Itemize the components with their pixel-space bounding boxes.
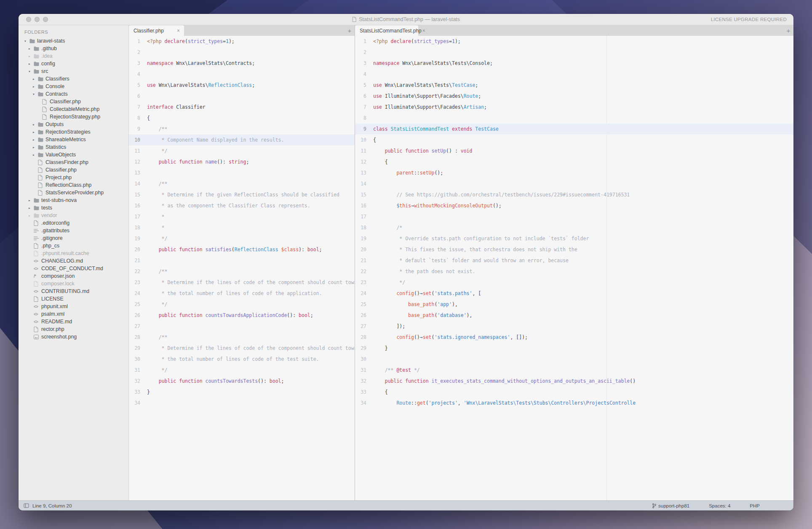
code-line[interactable]: 27 ]); <box>355 321 793 332</box>
code-line[interactable]: 33 { <box>355 387 793 397</box>
code-line[interactable]: 18 /* <box>355 222 793 233</box>
code-line[interactable]: 25 base_path('app'), <box>355 299 793 310</box>
code-line[interactable]: 5use Wnx\LaravelStats\ReflectionClass; <box>129 80 355 91</box>
code-line[interactable]: 21 * default `tests` folder and would th… <box>355 255 793 266</box>
syntax-language[interactable]: PHP <box>750 503 760 508</box>
tree-item[interactable]: ▸Statistics <box>19 143 128 151</box>
code-line[interactable]: 16 * as the component the Classifier Cla… <box>129 200 355 211</box>
code-line[interactable]: 14 /** <box>129 178 355 189</box>
tree-item[interactable]: <>phpunit.xml <box>19 303 128 310</box>
tree-item[interactable]: Classifier.php <box>19 166 128 174</box>
tab-statslistcommandtest-php[interactable]: StatsListCommandTest.php × <box>355 25 418 36</box>
code-line[interactable]: 32 public function countsTowardsTests():… <box>129 376 355 387</box>
tree-item[interactable]: StatsServiceProvider.php <box>19 189 128 196</box>
tree-item[interactable]: screenshot.png <box>19 333 128 341</box>
tree-item[interactable]: Classifier.php <box>19 98 128 105</box>
tree-item[interactable]: ▸.github <box>19 45 128 52</box>
new-tab-icon[interactable]: + <box>345 25 355 36</box>
license-upgrade-notice[interactable]: LICENSE UPGRADE REQUIRED <box>711 17 787 22</box>
tree-item[interactable]: CollectableMetric.php <box>19 105 128 113</box>
code-line[interactable]: 27 <box>129 321 355 332</box>
tree-item[interactable]: LICENSE <box>19 295 128 303</box>
chevron-down-icon[interactable]: ▾ <box>24 39 29 43</box>
code-line[interactable]: 12 { <box>355 156 793 167</box>
code-line[interactable]: 34 <box>129 397 355 408</box>
code-line[interactable]: 30 * the total number of lines of code o… <box>129 354 355 365</box>
code-line[interactable]: 20 public function satisfies(ReflectionC… <box>129 244 355 255</box>
code-line[interactable]: 10 * Component Name displayed in the res… <box>129 134 355 145</box>
chevron-right-icon[interactable]: ▸ <box>29 47 34 51</box>
code-line[interactable]: 21 <box>129 255 355 266</box>
code-line[interactable]: 9 /** <box>129 124 355 134</box>
chevron-right-icon[interactable]: ▸ <box>33 130 38 134</box>
code-line[interactable]: 33} <box>129 387 355 397</box>
tree-item[interactable]: ▸Console <box>19 83 128 90</box>
sidebar-toggle-icon[interactable] <box>24 503 29 508</box>
chevron-right-icon[interactable]: ▸ <box>33 77 38 81</box>
chevron-right-icon[interactable]: ▸ <box>29 206 34 210</box>
tab-classifier-php[interactable]: Classifier.php × <box>129 25 184 36</box>
code-line[interactable]: 25 */ <box>129 299 355 310</box>
code-line[interactable]: 20 * This fixes the issue, that orchestr… <box>355 244 793 255</box>
tree-item[interactable]: RejectionStrategy.php <box>19 113 128 121</box>
code-line[interactable]: 3namespace Wnx\LaravelStats\Tests\Consol… <box>355 58 793 69</box>
code-line[interactable]: 28 /** <box>129 332 355 343</box>
code-line[interactable]: 29 } <box>355 343 793 354</box>
code-line[interactable]: 32 public function it_executes_stats_com… <box>355 376 793 387</box>
indent-setting[interactable]: Spaces: 4 <box>709 503 730 508</box>
code-line[interactable]: 31 /** @test */ <box>355 365 793 376</box>
tree-item[interactable]: <>README.md <box>19 318 128 325</box>
chevron-right-icon[interactable]: ▸ <box>33 85 38 89</box>
chevron-down-icon[interactable]: ▾ <box>33 92 38 96</box>
code-line[interactable]: 29 * Determine if the lines of code of t… <box>129 343 355 354</box>
code-line[interactable]: 8{ <box>129 113 355 124</box>
close-icon[interactable]: × <box>422 28 426 34</box>
tree-item[interactable]: ▸ValueObjects <box>19 151 128 158</box>
code-line[interactable]: 31 */ <box>129 365 355 376</box>
code-line[interactable]: 8 <box>355 113 793 124</box>
code-line[interactable]: 7interface Classifier <box>129 102 355 113</box>
tree-item[interactable]: ClassesFinder.php <box>19 158 128 166</box>
tree-item[interactable]: ▸ShareableMetrics <box>19 136 128 143</box>
code-editor-left[interactable]: 1<?php declare(strict_types=1);23namespa… <box>129 36 355 500</box>
close-window-button[interactable] <box>26 17 31 22</box>
tree-item[interactable]: <>CHANGELOG.md <box>19 257 128 265</box>
tree-item[interactable]: rector.php <box>19 325 128 333</box>
chevron-right-icon[interactable]: ▸ <box>33 153 38 157</box>
tree-item[interactable]: ▸.idea <box>19 52 128 60</box>
code-line[interactable]: 19 * Override stats.path configuration t… <box>355 233 793 244</box>
tree-item[interactable]: ▸config <box>19 60 128 67</box>
chevron-right-icon[interactable]: ▸ <box>29 62 34 66</box>
minimize-window-button[interactable] <box>35 17 40 22</box>
tree-item[interactable]: ▸Outputs <box>19 121 128 128</box>
code-line[interactable]: 14 <box>355 178 793 189</box>
tree-item[interactable]: .phpunit.result.cache <box>19 250 128 257</box>
chevron-right-icon[interactable]: ▸ <box>33 145 38 149</box>
code-line[interactable]: 24 config()→set('stats.paths', [ <box>355 288 793 299</box>
code-line[interactable]: 2 <box>129 47 355 58</box>
close-icon[interactable]: × <box>176 28 181 34</box>
tree-item[interactable]: .gitattributes <box>19 227 128 234</box>
code-line[interactable]: 17 * <box>129 211 355 222</box>
chevron-right-icon[interactable]: ▸ <box>29 199 34 202</box>
code-line[interactable]: 5use Wnx\LaravelStats\Tests\TestCase; <box>355 80 793 91</box>
code-line[interactable]: 18 * <box>129 222 355 233</box>
tree-item[interactable]: ▾src <box>19 67 128 75</box>
code-line[interactable]: 19 */ <box>129 233 355 244</box>
code-line[interactable]: 4 <box>355 69 793 80</box>
chevron-right-icon[interactable]: ▸ <box>29 214 34 218</box>
code-line[interactable]: 6 <box>129 91 355 102</box>
tree-item[interactable]: ▸test-stubs-nova <box>19 196 128 204</box>
code-line[interactable]: 2 <box>355 47 793 58</box>
new-tab-icon[interactable]: + <box>783 25 793 36</box>
code-line[interactable]: 13 <box>129 167 355 178</box>
tree-item[interactable]: <>CODE_OF_CONDUCT.md <box>19 265 128 272</box>
code-line[interactable]: 13 parent::setUp(); <box>355 167 793 178</box>
code-line[interactable]: 1<?php declare(strict_types=1); <box>355 36 793 47</box>
zoom-window-button[interactable] <box>43 17 48 22</box>
code-line[interactable]: 17 <box>355 211 793 222</box>
tree-item[interactable]: composer.lock <box>19 280 128 287</box>
code-line[interactable]: 9class StatsListCommandTest extends Test… <box>355 124 793 134</box>
title-bar[interactable]: StatsListCommandTest.php — laravel-stats… <box>19 14 793 25</box>
tree-item[interactable]: .gitignore <box>19 234 128 242</box>
